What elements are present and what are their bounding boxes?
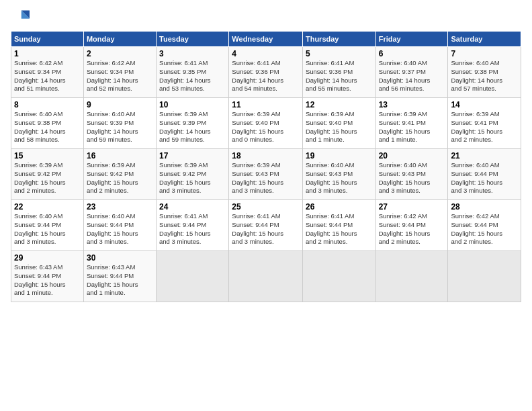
day-info: Sunrise: 6:41 AM Sunset: 9:44 PM Dayligh… xyxy=(232,212,300,246)
calendar-week-1: 8Sunrise: 6:40 AM Sunset: 9:38 PM Daylig… xyxy=(11,98,521,149)
day-number: 10 xyxy=(159,100,226,109)
calendar-week-3: 22Sunrise: 6:40 AM Sunset: 9:44 PM Dayli… xyxy=(11,200,521,251)
day-number: 14 xyxy=(451,100,518,109)
calendar-header: SundayMondayTuesdayWednesdayThursdayFrid… xyxy=(11,32,521,47)
day-number: 5 xyxy=(306,49,373,58)
day-header-tuesday: Tuesday xyxy=(157,32,229,47)
day-number: 21 xyxy=(451,151,518,161)
calendar-cell: 19Sunrise: 6:40 AM Sunset: 9:43 PM Dayli… xyxy=(302,149,375,200)
day-info: Sunrise: 6:40 AM Sunset: 9:43 PM Dayligh… xyxy=(306,161,373,195)
calendar-cell: 16Sunrise: 6:39 AM Sunset: 9:42 PM Dayli… xyxy=(83,149,156,200)
day-info: Sunrise: 6:43 AM Sunset: 9:44 PM Dayligh… xyxy=(14,263,81,298)
calendar-cell: 17Sunrise: 6:39 AM Sunset: 9:42 PM Dayli… xyxy=(157,149,229,200)
calendar-cell: 11Sunrise: 6:39 AM Sunset: 9:40 PM Dayli… xyxy=(229,98,303,149)
day-number: 30 xyxy=(87,253,153,263)
calendar-week-2: 15Sunrise: 6:39 AM Sunset: 9:42 PM Dayli… xyxy=(11,149,521,200)
day-number: 9 xyxy=(87,100,153,109)
day-number: 7 xyxy=(451,49,518,58)
day-info: Sunrise: 6:42 AM Sunset: 9:44 PM Dayligh… xyxy=(379,212,445,246)
calendar-cell: 4Sunrise: 6:41 AM Sunset: 9:36 PM Daylig… xyxy=(229,47,303,98)
day-number: 16 xyxy=(87,151,153,161)
calendar-cell: 10Sunrise: 6:39 AM Sunset: 9:39 PM Dayli… xyxy=(157,98,229,149)
day-info: Sunrise: 6:41 AM Sunset: 9:36 PM Dayligh… xyxy=(306,59,373,93)
calendar-cell: 22Sunrise: 6:40 AM Sunset: 9:44 PM Dayli… xyxy=(11,200,84,251)
day-info: Sunrise: 6:40 AM Sunset: 9:38 PM Dayligh… xyxy=(451,59,518,93)
calendar-cell: 3Sunrise: 6:41 AM Sunset: 9:35 PM Daylig… xyxy=(157,47,229,98)
calendar-week-4: 29Sunrise: 6:43 AM Sunset: 9:44 PM Dayli… xyxy=(11,251,521,302)
calendar-cell: 8Sunrise: 6:40 AM Sunset: 9:38 PM Daylig… xyxy=(11,98,84,149)
calendar-cell xyxy=(157,251,229,302)
day-info: Sunrise: 6:41 AM Sunset: 9:44 PM Dayligh… xyxy=(306,212,373,246)
day-info: Sunrise: 6:41 AM Sunset: 9:36 PM Dayligh… xyxy=(232,59,300,93)
calendar-week-0: 1Sunrise: 6:42 AM Sunset: 9:34 PM Daylig… xyxy=(11,47,521,98)
day-info: Sunrise: 6:39 AM Sunset: 9:43 PM Dayligh… xyxy=(232,161,300,195)
day-number: 13 xyxy=(379,100,445,109)
day-number: 3 xyxy=(159,49,226,58)
calendar-cell: 29Sunrise: 6:43 AM Sunset: 9:44 PM Dayli… xyxy=(11,251,84,302)
day-info: Sunrise: 6:41 AM Sunset: 9:35 PM Dayligh… xyxy=(159,59,226,93)
day-number: 19 xyxy=(306,151,373,161)
calendar-cell xyxy=(229,251,303,302)
calendar-cell: 24Sunrise: 6:41 AM Sunset: 9:44 PM Dayli… xyxy=(157,200,229,251)
calendar-cell: 2Sunrise: 6:42 AM Sunset: 9:34 PM Daylig… xyxy=(83,47,156,98)
day-info: Sunrise: 6:40 AM Sunset: 9:37 PM Dayligh… xyxy=(379,59,445,93)
day-info: Sunrise: 6:40 AM Sunset: 9:44 PM Dayligh… xyxy=(14,212,81,246)
day-header-friday: Friday xyxy=(375,32,448,47)
day-number: 26 xyxy=(306,202,373,212)
calendar-cell: 30Sunrise: 6:43 AM Sunset: 9:44 PM Dayli… xyxy=(83,251,156,302)
day-number: 15 xyxy=(14,151,81,161)
calendar-cell: 18Sunrise: 6:39 AM Sunset: 9:43 PM Dayli… xyxy=(229,149,303,200)
calendar-cell: 12Sunrise: 6:39 AM Sunset: 9:40 PM Dayli… xyxy=(302,98,375,149)
header xyxy=(11,8,521,27)
calendar-cell: 20Sunrise: 6:40 AM Sunset: 9:43 PM Dayli… xyxy=(375,149,448,200)
calendar-cell: 5Sunrise: 6:41 AM Sunset: 9:36 PM Daylig… xyxy=(302,47,375,98)
calendar-cell xyxy=(375,251,448,302)
day-header-sunday: Sunday xyxy=(11,32,84,47)
day-number: 24 xyxy=(159,202,226,212)
day-info: Sunrise: 6:41 AM Sunset: 9:44 PM Dayligh… xyxy=(159,212,226,246)
day-number: 25 xyxy=(232,202,300,212)
day-info: Sunrise: 6:39 AM Sunset: 9:40 PM Dayligh… xyxy=(306,110,373,144)
day-number: 2 xyxy=(87,49,153,58)
calendar-cell: 25Sunrise: 6:41 AM Sunset: 9:44 PM Dayli… xyxy=(229,200,303,251)
day-info: Sunrise: 6:40 AM Sunset: 9:38 PM Dayligh… xyxy=(14,110,81,144)
day-info: Sunrise: 6:39 AM Sunset: 9:42 PM Dayligh… xyxy=(159,161,226,195)
day-info: Sunrise: 6:40 AM Sunset: 9:43 PM Dayligh… xyxy=(379,161,445,195)
day-number: 20 xyxy=(379,151,445,161)
day-number: 18 xyxy=(232,151,300,161)
page: SundayMondayTuesdayWednesdayThursdayFrid… xyxy=(0,0,532,411)
day-number: 29 xyxy=(14,253,81,263)
calendar-cell: 7Sunrise: 6:40 AM Sunset: 9:38 PM Daylig… xyxy=(448,47,521,98)
day-info: Sunrise: 6:43 AM Sunset: 9:44 PM Dayligh… xyxy=(87,263,153,298)
calendar-cell: 28Sunrise: 6:42 AM Sunset: 9:44 PM Dayli… xyxy=(448,200,521,251)
day-info: Sunrise: 6:39 AM Sunset: 9:42 PM Dayligh… xyxy=(14,161,81,195)
day-header-monday: Monday xyxy=(83,32,156,47)
day-info: Sunrise: 6:39 AM Sunset: 9:42 PM Dayligh… xyxy=(87,161,153,195)
day-info: Sunrise: 6:40 AM Sunset: 9:39 PM Dayligh… xyxy=(87,110,153,144)
day-info: Sunrise: 6:42 AM Sunset: 9:34 PM Dayligh… xyxy=(14,59,81,93)
calendar-cell: 23Sunrise: 6:40 AM Sunset: 9:44 PM Dayli… xyxy=(83,200,156,251)
calendar-table: SundayMondayTuesdayWednesdayThursdayFrid… xyxy=(11,31,521,302)
day-number: 11 xyxy=(232,100,300,109)
calendar-cell: 14Sunrise: 6:39 AM Sunset: 9:41 PM Dayli… xyxy=(448,98,521,149)
calendar-cell: 6Sunrise: 6:40 AM Sunset: 9:37 PM Daylig… xyxy=(375,47,448,98)
logo-icon xyxy=(11,8,30,27)
day-header-wednesday: Wednesday xyxy=(229,32,303,47)
calendar-cell: 9Sunrise: 6:40 AM Sunset: 9:39 PM Daylig… xyxy=(83,98,156,149)
day-number: 12 xyxy=(306,100,373,109)
calendar-cell: 26Sunrise: 6:41 AM Sunset: 9:44 PM Dayli… xyxy=(302,200,375,251)
day-number: 28 xyxy=(451,202,518,212)
calendar-cell: 21Sunrise: 6:40 AM Sunset: 9:44 PM Dayli… xyxy=(448,149,521,200)
calendar-cell: 13Sunrise: 6:39 AM Sunset: 9:41 PM Dayli… xyxy=(375,98,448,149)
logo xyxy=(11,8,32,27)
day-number: 23 xyxy=(87,202,153,212)
day-header-thursday: Thursday xyxy=(302,32,375,47)
day-info: Sunrise: 6:42 AM Sunset: 9:34 PM Dayligh… xyxy=(87,59,153,93)
calendar-body: 1Sunrise: 6:42 AM Sunset: 9:34 PM Daylig… xyxy=(11,47,521,302)
calendar-cell: 27Sunrise: 6:42 AM Sunset: 9:44 PM Dayli… xyxy=(375,200,448,251)
calendar-cell: 1Sunrise: 6:42 AM Sunset: 9:34 PM Daylig… xyxy=(11,47,84,98)
day-number: 8 xyxy=(14,100,81,109)
day-number: 1 xyxy=(14,49,81,58)
day-number: 6 xyxy=(379,49,445,58)
day-info: Sunrise: 6:42 AM Sunset: 9:44 PM Dayligh… xyxy=(451,212,518,246)
